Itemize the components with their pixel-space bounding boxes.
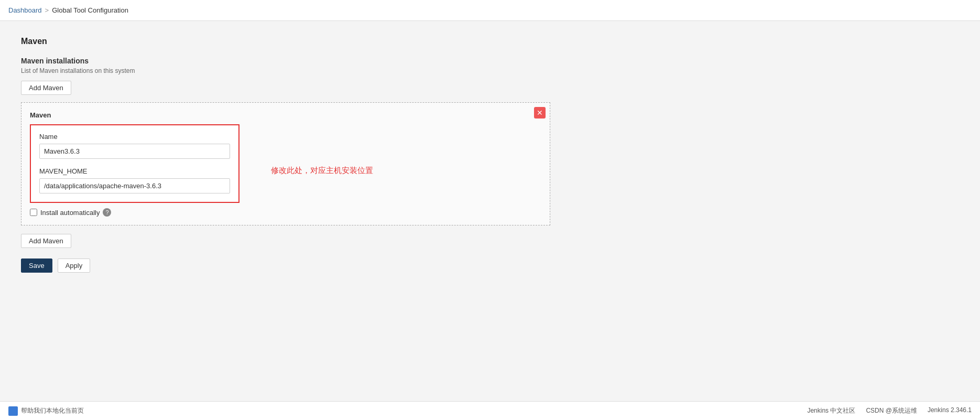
footer-center-text: Jenkins 中文社区 bbox=[807, 406, 855, 415]
footer-icon bbox=[8, 406, 18, 416]
breadcrumb: Dashboard > Global Tool Configuration bbox=[8, 6, 128, 14]
footer: 帮助我们本地化当前页 Jenkins 中文社区 CSDN @系统运维 Jenki… bbox=[0, 401, 980, 420]
install-auto-label: Install automatically bbox=[40, 209, 100, 217]
footer-right: Jenkins 中文社区 CSDN @系统运维 Jenkins 2.346.1 bbox=[807, 406, 972, 415]
maven-home-field-group: MAVEN_HOME bbox=[39, 167, 230, 193]
name-field-group: Name bbox=[39, 133, 230, 159]
footer-left-text: 帮助我们本地化当前页 bbox=[21, 406, 84, 415]
breadcrumb-current-page: Global Tool Configuration bbox=[52, 6, 128, 14]
installation-inner: Name MAVEN_HOME 修改此处，对应主机安装位置 Install au… bbox=[30, 124, 541, 217]
subsection-title: Maven installations bbox=[21, 57, 959, 65]
installation-container: ✕ Maven Name MAVEN_HOME bbox=[21, 102, 550, 225]
name-input[interactable] bbox=[39, 144, 230, 159]
breadcrumb-dashboard[interactable]: Dashboard bbox=[8, 6, 42, 14]
footer-version: Jenkins 2.346.1 bbox=[928, 406, 972, 415]
maven-sub-label: Maven bbox=[30, 111, 541, 119]
maven-home-label: MAVEN_HOME bbox=[39, 167, 230, 175]
install-auto-help-icon[interactable]: ? bbox=[103, 208, 111, 217]
bottom-actions: Save Apply bbox=[21, 259, 959, 273]
name-label: Name bbox=[39, 133, 230, 141]
subsection-desc: List of Maven installations on this syst… bbox=[21, 67, 959, 74]
save-button[interactable]: Save bbox=[21, 259, 52, 273]
footer-right-sub: CSDN @系统运维 bbox=[866, 406, 917, 415]
annotation-text: 修改此处，对应主机安装位置 bbox=[271, 166, 373, 176]
add-maven-bottom-button[interactable]: Add Maven bbox=[21, 234, 71, 248]
add-maven-top-button[interactable]: Add Maven bbox=[21, 81, 71, 95]
maven-home-input[interactable] bbox=[39, 178, 230, 193]
main-content: Maven Maven installations List of Maven … bbox=[0, 21, 980, 401]
maven-installations-section: Maven installations List of Maven instal… bbox=[21, 57, 959, 95]
install-auto-checkbox[interactable] bbox=[30, 209, 37, 216]
footer-left: 帮助我们本地化当前页 bbox=[8, 406, 84, 416]
highlight-box: Name MAVEN_HOME bbox=[30, 124, 239, 203]
apply-button[interactable]: Apply bbox=[58, 259, 91, 273]
section-title: Maven bbox=[21, 37, 959, 46]
install-auto-row: Install automatically ? bbox=[30, 208, 541, 217]
top-nav: Dashboard > Global Tool Configuration bbox=[0, 0, 980, 21]
close-installation-button[interactable]: ✕ bbox=[534, 107, 546, 119]
breadcrumb-separator: > bbox=[45, 6, 49, 14]
